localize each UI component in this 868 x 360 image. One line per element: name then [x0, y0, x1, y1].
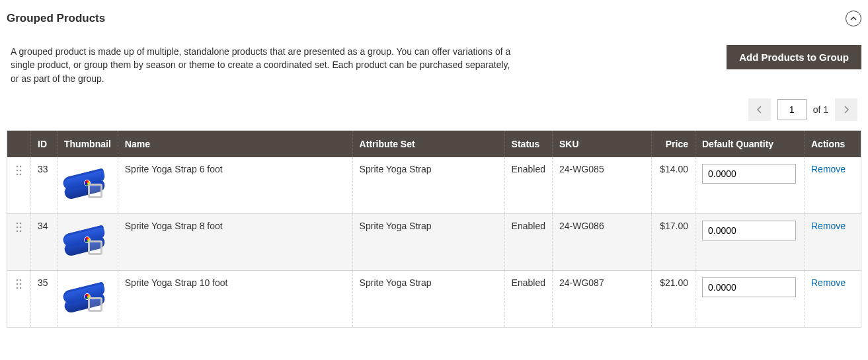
svg-point-14 [16, 283, 18, 285]
cell-price: $17.00 [652, 213, 695, 270]
cell-price: $21.00 [652, 270, 695, 327]
default-quantity-input[interactable] [702, 164, 796, 184]
svg-point-7 [19, 223, 21, 225]
svg-point-8 [16, 227, 18, 229]
drag-handle[interactable] [16, 164, 22, 178]
pager-page-input[interactable] [777, 99, 807, 120]
table-header-row: ID Thumbnail Name Attribute Set Status S… [7, 130, 861, 157]
drag-handle-icon [16, 279, 22, 289]
svg-point-15 [19, 283, 21, 285]
svg-point-9 [19, 227, 21, 229]
col-header-drag [7, 130, 31, 157]
cell-attribute-set: Sprite Yoga Strap [352, 157, 504, 214]
svg-point-5 [19, 174, 21, 176]
svg-point-16 [16, 287, 18, 289]
pager: of 1 [7, 98, 861, 130]
svg-point-2 [16, 170, 18, 172]
thumbnail-image [64, 277, 105, 318]
col-header-status: Status [504, 130, 552, 157]
svg-point-12 [16, 279, 18, 281]
cell-name: Sprite Yoga Strap 6 foot [118, 157, 352, 214]
pager-prev-button[interactable] [748, 98, 771, 121]
cell-id: 34 [31, 213, 58, 270]
default-quantity-input[interactable] [702, 277, 796, 297]
drag-handle-icon [16, 165, 22, 176]
svg-point-6 [16, 223, 18, 225]
cell-sku: 24-WG085 [553, 157, 652, 214]
thumbnail-image [64, 221, 105, 262]
pager-of-label: of 1 [813, 104, 828, 115]
section-top-row: A grouped product is made up of multiple… [7, 45, 861, 98]
svg-point-17 [19, 287, 21, 289]
col-header-id: ID [31, 130, 58, 157]
cell-status: Enabled [504, 270, 552, 327]
grouped-products-table: ID Thumbnail Name Attribute Set Status S… [7, 130, 861, 328]
svg-point-4 [16, 174, 18, 176]
table-row: 34Sprite Yoga Strap 8 footSprite Yoga St… [7, 213, 861, 270]
cell-status: Enabled [504, 157, 552, 214]
default-quantity-input[interactable] [702, 221, 796, 240]
col-header-default-qty: Default Quantity [695, 130, 805, 157]
col-header-price: Price [652, 130, 695, 157]
svg-point-10 [16, 231, 18, 233]
cell-attribute-set: Sprite Yoga Strap [352, 213, 504, 270]
remove-link[interactable]: Remove [811, 221, 846, 231]
add-products-to-group-button[interactable]: Add Products to Group [727, 45, 861, 69]
drag-handle[interactable] [16, 277, 22, 291]
remove-link[interactable]: Remove [811, 277, 846, 288]
cell-name: Sprite Yoga Strap 10 foot [118, 270, 352, 327]
col-header-thumbnail: Thumbnail [58, 130, 118, 157]
cell-id: 35 [31, 270, 58, 327]
cell-price: $14.00 [652, 157, 695, 214]
svg-point-1 [19, 166, 21, 168]
chevron-right-icon [842, 106, 850, 114]
remove-link[interactable]: Remove [811, 164, 846, 174]
section-title: Grouped Products [7, 12, 105, 25]
drag-handle[interactable] [16, 221, 22, 234]
col-header-sku: SKU [553, 130, 652, 157]
thumbnail-image [64, 164, 105, 205]
pager-next-button[interactable] [835, 98, 857, 121]
col-header-actions: Actions [805, 130, 861, 157]
chevron-up-icon [850, 15, 857, 22]
svg-point-3 [19, 170, 21, 172]
cell-attribute-set: Sprite Yoga Strap [352, 270, 504, 327]
svg-point-11 [19, 231, 21, 233]
drag-handle-icon [16, 222, 22, 233]
svg-point-13 [19, 279, 21, 281]
cell-id: 33 [31, 157, 58, 214]
cell-sku: 24-WG087 [553, 270, 652, 327]
cell-sku: 24-WG086 [553, 213, 652, 270]
svg-point-0 [16, 166, 18, 168]
section-description: A grouped product is made up of multiple… [11, 45, 513, 85]
col-header-attribute-set: Attribute Set [352, 130, 504, 157]
collapse-toggle[interactable] [846, 11, 861, 26]
table-row: 33Sprite Yoga Strap 6 footSprite Yoga St… [7, 157, 861, 214]
chevron-left-icon [756, 106, 764, 114]
cell-status: Enabled [504, 213, 552, 270]
col-header-name: Name [118, 130, 352, 157]
cell-name: Sprite Yoga Strap 8 foot [118, 213, 352, 270]
section-header: Grouped Products [7, 7, 861, 45]
table-row: 35Sprite Yoga Strap 10 footSprite Yoga S… [7, 270, 861, 327]
